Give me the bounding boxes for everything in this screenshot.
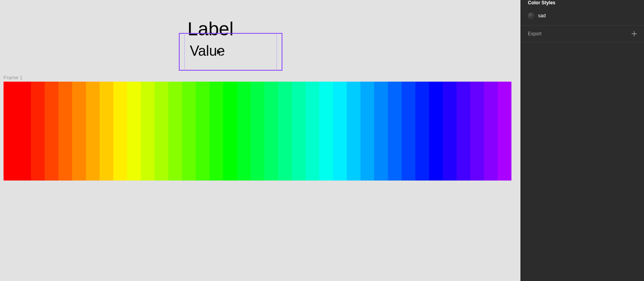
panel-divider	[521, 42, 644, 42]
rainbow-segment[interactable]	[278, 82, 292, 181]
rainbow-segment[interactable]	[209, 82, 223, 181]
rainbow-segment[interactable]	[374, 82, 388, 181]
rainbow-segment[interactable]	[155, 82, 168, 181]
rainbow-segment[interactable]	[292, 82, 306, 181]
rainbow-segment[interactable]	[484, 82, 498, 181]
rainbow-segment[interactable]	[100, 82, 113, 181]
properties-panel: Color Styles sad Export	[520, 0, 644, 281]
rainbow-segment[interactable]	[388, 82, 402, 181]
color-style-swatch-icon	[528, 13, 534, 19]
rainbow-segment[interactable]	[319, 82, 333, 181]
rainbow-segment[interactable]	[223, 82, 237, 181]
rainbow-frame[interactable]	[4, 82, 511, 181]
plus-icon[interactable]	[631, 31, 637, 36]
rainbow-segment[interactable]	[333, 82, 347, 181]
rainbow-segment[interactable]	[264, 82, 278, 181]
rainbow-segment[interactable]	[182, 82, 196, 181]
rainbow-segment[interactable]	[402, 82, 415, 181]
export-section[interactable]: Export	[521, 26, 644, 42]
color-style-name: sad	[538, 13, 546, 18]
rainbow-segment[interactable]	[306, 82, 319, 181]
design-canvas[interactable]: Label Value Frame 1	[0, 0, 520, 281]
rainbow-segment[interactable]	[429, 82, 443, 181]
rainbow-segment[interactable]	[86, 82, 100, 181]
rainbow-segment[interactable]	[498, 82, 511, 181]
rainbow-segment[interactable]	[127, 82, 141, 181]
color-style-item[interactable]: sad	[521, 10, 644, 25]
rainbow-segment[interactable]	[31, 82, 45, 181]
component-value-text[interactable]: Value	[190, 44, 225, 58]
frame-label[interactable]: Frame 1	[4, 75, 22, 80]
rainbow-segment[interactable]	[196, 82, 209, 181]
rainbow-segment[interactable]	[4, 82, 31, 181]
color-styles-title: Color Styles	[521, 0, 644, 10]
rainbow-segment[interactable]	[58, 82, 72, 181]
rainbow-segment[interactable]	[168, 82, 182, 181]
rainbow-segment[interactable]	[45, 82, 58, 181]
rainbow-segment[interactable]	[443, 82, 457, 181]
export-label: Export	[528, 31, 542, 36]
rainbow-segment[interactable]	[415, 82, 429, 181]
rainbow-segment[interactable]	[251, 82, 264, 181]
rainbow-segment[interactable]	[470, 82, 484, 181]
rainbow-segment[interactable]	[347, 82, 360, 181]
rainbow-segment[interactable]	[360, 82, 374, 181]
rainbow-segment[interactable]	[113, 82, 127, 181]
rainbow-segment[interactable]	[141, 82, 155, 181]
rainbow-segment[interactable]	[72, 82, 86, 181]
rainbow-segment[interactable]	[457, 82, 470, 181]
rainbow-segment[interactable]	[237, 82, 251, 181]
